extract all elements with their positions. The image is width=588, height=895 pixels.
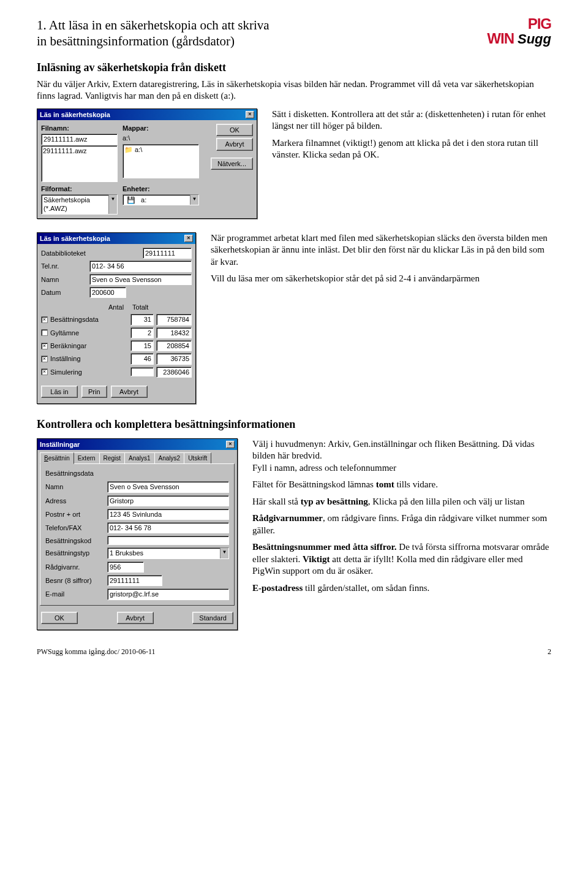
check-row: ×Beräkningar15208854 — [41, 340, 192, 351]
input-postort[interactable]: 123 45 Svinlunda — [107, 509, 229, 520]
label-namn: Namn — [41, 275, 87, 284]
checkbox[interactable]: × — [41, 343, 48, 349]
tab-extern[interactable]: Extern — [74, 452, 100, 463]
antal-headers: Antal Totalt — [108, 303, 192, 311]
avbryt-button[interactable]: Avbryt — [216, 138, 253, 150]
label-beskod: Besättningskod — [45, 536, 104, 545]
avbryt-button[interactable]: Avbryt — [111, 386, 148, 398]
title-line2: in besättningsinformation (gårdsdator) — [37, 34, 235, 48]
bestyp-value: 1 Bruksbes — [108, 548, 220, 558]
footer-right: 2 — [548, 647, 551, 657]
section3-p1: Välj i huvudmenyn: Arkiv, Gen.inställnin… — [252, 438, 551, 474]
dialog2-titlebar: Läs in säkerhetskopia × — [37, 233, 195, 244]
totalt-value: 758784 — [156, 314, 192, 325]
section1-p2: Markera filnamnet (viktigt!) genom att k… — [272, 137, 551, 161]
folder-icon: 📁 — [124, 146, 135, 153]
group-title: Besättningsdata — [45, 469, 229, 478]
input-datum[interactable]: 200600 — [89, 287, 126, 298]
tab-analys1[interactable]: Analys1 — [124, 452, 155, 463]
label-enheter: Enheter: — [123, 185, 199, 193]
section3-p5: Besättningsnummer med åtta siffror. De t… — [252, 541, 551, 577]
check-row: ×Inställning4636735 — [41, 353, 192, 364]
input-besnr[interactable]: 29111111 — [107, 575, 162, 586]
section3-sidetext: Välj i huvudmenyn: Arkiv, Gen.inställnin… — [252, 438, 551, 600]
section3-p4: Rådgivarnummer, om rådgivare finns. Fråg… — [252, 512, 551, 536]
folder-tree-item[interactable]: a:\ — [135, 146, 142, 153]
chevron-down-icon[interactable]: ▼ — [108, 195, 117, 214]
input-filnamn[interactable]: 29111111.awz — [41, 134, 118, 145]
label-databib: Databiblioteket — [41, 249, 87, 257]
antal-value: 31 — [130, 314, 154, 325]
input-namn[interactable]: Sven o Svea Svensson — [89, 274, 192, 285]
dropdown-filformat[interactable]: Säkerhetskopia (*.AWZ) ▼ — [41, 194, 118, 215]
natverk-button[interactable]: Nätverk... — [211, 158, 253, 170]
input-namn3[interactable]: Sven o Svea Svensson — [107, 481, 229, 492]
title-block: 1. Att läsa in en säkerhetskopia och att… — [37, 17, 487, 50]
label-tel: Tel.nr. — [41, 262, 87, 270]
tab-besattnin[interactable]: Besättnin — [40, 452, 74, 464]
totalt-value: 18432 — [156, 327, 192, 338]
input-telefon[interactable]: 012- 34 56 78 — [107, 522, 229, 533]
prin-button[interactable]: Prin — [81, 386, 107, 398]
antal-value: 46 — [130, 353, 154, 364]
checkbox[interactable] — [41, 329, 48, 336]
tab-analys2[interactable]: Analys2 — [154, 452, 185, 463]
input-radgivar[interactable]: 956 — [107, 562, 144, 573]
checkbox[interactable]: × — [41, 316, 48, 323]
label-filnamn: Filnamn: — [41, 124, 118, 132]
antal-value: 2 — [130, 327, 154, 338]
file-list-item[interactable]: 29111111.awz — [43, 147, 116, 155]
label-filformat: Filformat: — [41, 185, 118, 193]
checkbox[interactable]: × — [41, 356, 48, 362]
label-postort: Postnr + ort — [45, 510, 104, 519]
input-tel[interactable]: 012- 34 56 — [89, 261, 192, 272]
section3-title: Kontrollera och komplettera besättningsi… — [37, 417, 551, 432]
input-beskod[interactable] — [107, 536, 229, 545]
ok-button[interactable]: OK — [216, 124, 253, 136]
dialog2-title: Läs in säkerhetskopia — [40, 234, 110, 243]
row-dialog1: Läs in säkerhetskopia × Filnamn: 2911111… — [37, 109, 551, 219]
close-icon[interactable]: × — [246, 111, 254, 118]
antal-value — [130, 367, 154, 376]
folder-tree[interactable]: 📁 a:\ — [123, 144, 199, 178]
checkbox[interactable]: × — [41, 368, 48, 375]
tab-utskrift[interactable]: Utskrift — [184, 452, 211, 463]
check-label: Inställning — [50, 354, 128, 363]
tab-regist[interactable]: Regist — [99, 452, 125, 463]
dropdown-enheter[interactable]: 💾 a: ▼ — [123, 194, 199, 205]
check-label: Simulering — [50, 368, 128, 376]
logo-sugg: Sugg — [518, 31, 551, 48]
label-mappar: Mappar: — [123, 124, 199, 132]
dropdown-bestyp[interactable]: 1 Bruksbes ▼ — [107, 547, 229, 558]
close-icon[interactable]: × — [184, 235, 193, 242]
chevron-down-icon[interactable]: ▼ — [220, 548, 228, 558]
tab1-rest: esättnin — [48, 455, 70, 462]
check-row: ×Simulering2386046 — [41, 367, 192, 378]
chevron-down-icon[interactable]: ▼ — [190, 195, 198, 205]
standard-button[interactable]: Standard — [192, 612, 233, 624]
section1-intro: När du väljer Arkiv, Extern dataregistre… — [37, 78, 551, 102]
input-databib[interactable]: 29111111 — [143, 248, 192, 259]
row-dialog2: Läs in säkerhetskopia × Databiblioteket … — [37, 232, 551, 405]
tab-panel: Besättningsdata Namn Sven o Svea Svensso… — [40, 463, 235, 606]
lasin-button[interactable]: Läs in — [41, 386, 78, 398]
section3-p2: Fältet för Besättningskod lämnas tomt ti… — [252, 479, 551, 491]
section3-p6: E-postadress till gården/stallet, om såd… — [252, 582, 551, 595]
hdr-antal: Antal — [108, 303, 124, 311]
label-bestyp: Besättningstyp — [45, 549, 104, 557]
check-label: Gyltämne — [50, 329, 128, 337]
check-row: Gyltämne218432 — [41, 327, 192, 338]
dialog3-titlebar: Inställningar × — [37, 439, 237, 450]
section3-p3: Här skall stå typ av besättning, Klicka … — [252, 496, 551, 508]
ok-button[interactable]: OK — [41, 612, 78, 624]
section1-p1: Sätt i disketten. Kontrollera att det st… — [272, 109, 551, 132]
logo-pig: PIG — [487, 17, 551, 31]
row-dialog3: Inställningar × Besättnin Extern Regist … — [37, 438, 551, 630]
input-adress[interactable]: Gristorp — [107, 495, 229, 506]
input-email[interactable]: gristorp@c.lrf.se — [107, 588, 229, 600]
footer: PWSugg komma igång.doc/ 2010-06-11 2 — [37, 647, 551, 657]
avbryt-button[interactable]: Avbryt — [117, 612, 154, 624]
file-list[interactable]: 29111111.awz — [41, 145, 118, 182]
close-icon[interactable]: × — [226, 441, 235, 448]
drive-icon: 💾 — [125, 196, 139, 204]
